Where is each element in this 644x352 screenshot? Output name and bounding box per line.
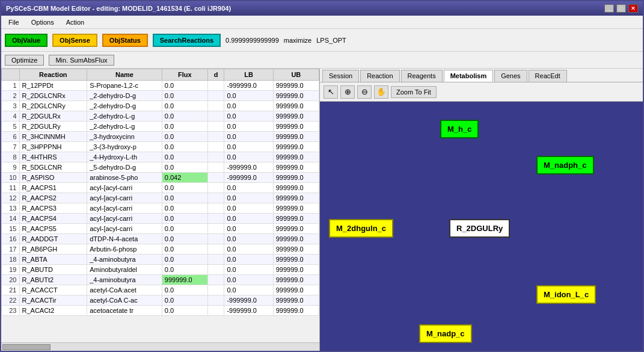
node-M_2dhguln_c[interactable]: M_2dhguln_c (329, 219, 393, 238)
lb-cell: -999999.0 (224, 173, 273, 183)
d-cell (208, 295, 224, 306)
right-panel: Session Reaction Reagents Metabolism Gen… (320, 69, 643, 351)
row-num: 16 (2, 234, 20, 244)
table-row[interactable]: 5 R_2DGULRy _2-dehydro-L-g 0.0 0.0 99999… (2, 122, 319, 132)
node-M_nadp_c[interactable]: M_nadp_c (419, 324, 472, 343)
d-cell (208, 132, 224, 142)
row-num: 15 (2, 224, 20, 234)
table-row[interactable]: 22 R_ACACTir acetyl-CoA C-ac 0.0 -999999… (2, 295, 319, 306)
cursor-tool-button[interactable]: ↖ (324, 85, 338, 99)
reaction-cell: R_AACPS5 (19, 224, 87, 234)
table-row[interactable]: 8 R_4HTHRS _4-Hydroxy-L-th 0.0 0.0 99999… (2, 152, 319, 162)
table-row[interactable]: 16 R_AADDGT dTDP-N-4-aceta 0.0 0.0 99999… (2, 234, 319, 244)
d-cell (208, 285, 224, 295)
col-header-d: d (208, 69, 224, 81)
table-row[interactable]: 4 R_2DGULRx _2-dehydro-L-g 0.0 0.0 99999… (2, 111, 319, 122)
pan-tool-button[interactable]: ✋ (374, 85, 388, 99)
metabolism-canvas[interactable]: M_h_cM_nadph_cM_2dhguln_cR_2DGULRyM_idon… (320, 102, 643, 351)
table-row[interactable]: 2 R_2DGLCNRx _2-dehydro-D-g 0.0 0.0 9999… (2, 91, 319, 101)
table-row[interactable]: 19 R_ABUTD Aminobutyraldel 0.0 0.0 99999… (2, 265, 319, 275)
ub-cell: 999999.0 (273, 111, 319, 122)
name-cell: arabinose-5-pho (87, 173, 162, 183)
col-header-name: Name (87, 69, 162, 81)
table-row[interactable]: 6 R_3HCINNMH _3-hydroxycinn 0.0 0.0 9999… (2, 132, 319, 142)
zoom-to-fit-button[interactable]: Zoom To Fit (391, 86, 437, 98)
tab-reacedt[interactable]: ReacEdt (529, 70, 567, 82)
scrollbar-thumb[interactable] (2, 344, 51, 350)
reaction-cell: R_3HPPPNH (19, 142, 87, 152)
table-row[interactable]: 9 R_5DGLCNR _5-dehydro-D-g 0.0 -999999.0… (2, 162, 319, 173)
name-cell: acyl-[acyl-carri (87, 193, 162, 203)
row-num: 7 (2, 142, 20, 152)
table-row[interactable]: 15 R_AACPS5 acyl-[acyl-carri 0.0 0.0 999… (2, 224, 319, 234)
table-row[interactable]: 11 R_AACPS1 acyl-[acyl-carri 0.0 0.0 999… (2, 183, 319, 193)
table-row[interactable]: 1 R_12PPDt S-Propane-1,2-c 0.0 -999999.0… (2, 81, 319, 91)
node-M_nadph_c[interactable]: M_nadph_c (536, 156, 594, 174)
ub-cell: 999999.0 (273, 152, 319, 162)
zoom-in-icon: ⊕ (345, 87, 351, 96)
objvalue-button[interactable]: ObjValue (5, 34, 48, 47)
name-cell: acyl-[acyl-carri (87, 224, 162, 234)
name-cell: Arbutin-6-phosp (87, 244, 162, 255)
table-row[interactable]: 7 R_3HPPPNH _3-(3-hydroxy-p 0.0 0.0 9999… (2, 142, 319, 152)
row-num: 17 (2, 244, 20, 255)
tab-metabolism[interactable]: Metabolism (444, 70, 494, 82)
row-num: 3 (2, 101, 20, 111)
flux-cell: 999999.0 (162, 275, 207, 285)
menu-options[interactable]: Options (26, 17, 59, 27)
ub-cell: 999999.0 (273, 265, 319, 275)
toolbar-row2: Optimize Min. SumAbsFlux (1, 52, 643, 69)
lb-cell: 0.0 (224, 234, 273, 244)
name-cell: acyl-[acyl-carri (87, 183, 162, 193)
searchreactions-button[interactable]: SearchReactions (153, 34, 221, 47)
table-row[interactable]: 3 R_2DGLCNRy _2-dehydro-D-g 0.0 0.0 9999… (2, 101, 319, 111)
d-cell (208, 255, 224, 265)
table-row[interactable]: 20 R_ABUTt2 _4-aminobutyra 999999.0 0.0 … (2, 275, 319, 285)
table-row[interactable]: 14 R_AACPS4 acyl-[acyl-carri 0.0 0.0 999… (2, 214, 319, 224)
tab-genes[interactable]: Genes (494, 70, 527, 82)
node-R_2DGULRy[interactable]: R_2DGULRy (449, 219, 510, 238)
table-row[interactable]: 17 R_AB6PGH Arbutin-6-phosp 0.0 0.0 9999… (2, 244, 319, 255)
objstatus-button[interactable]: ObjStatus (102, 34, 148, 47)
lb-cell: -999999.0 (224, 295, 273, 306)
maximize-button[interactable]: □ (616, 4, 626, 13)
name-cell: _4-aminobutyra (87, 255, 162, 265)
optimize-button[interactable]: Optimize (5, 55, 44, 66)
close-button[interactable]: ✕ (628, 4, 638, 13)
lb-cell: 0.0 (224, 111, 273, 122)
reaction-cell: R_2DGLCNRy (19, 101, 87, 111)
flux-cell: 0.0 (162, 183, 207, 193)
table-row[interactable]: 12 R_AACPS2 acyl-[acyl-carri 0.0 0.0 999… (2, 193, 319, 203)
zoom-out-button[interactable]: ⊖ (357, 85, 372, 99)
tab-reagents[interactable]: Reagents (401, 70, 443, 82)
reaction-cell: R_AADDGT (19, 234, 87, 244)
objsense-button[interactable]: ObjSense (52, 34, 97, 47)
node-M_idon_L_c[interactable]: M_idon_L_c (536, 285, 596, 304)
menu-action[interactable]: Action (61, 17, 90, 27)
zoom-in-button[interactable]: ⊕ (340, 85, 355, 99)
reaction-cell: R_ACACt2 (19, 306, 87, 316)
table-row[interactable]: 21 R_ACACCT acetyl-CoA:acet 0.0 0.0 9999… (2, 285, 319, 295)
min-sumabsflux-button[interactable]: Min. SumAbsFlux (49, 55, 114, 66)
tab-session[interactable]: Session (322, 70, 359, 82)
node-M_h_c[interactable]: M_h_c (440, 120, 479, 138)
d-cell (208, 122, 224, 132)
name-cell: _5-dehydro-D-g (87, 162, 162, 173)
table-row[interactable]: 23 R_ACACt2 acetoacetate tr 0.0 -999999.… (2, 306, 319, 316)
flux-cell: 0.0 (162, 142, 207, 152)
lb-cell: 0.0 (224, 101, 273, 111)
d-cell (208, 244, 224, 255)
minimize-button[interactable]: _ (604, 4, 614, 13)
objstatus-display: LPS_OPT (316, 37, 346, 44)
name-cell: _3-(3-hydroxy-p (87, 142, 162, 152)
table-row[interactable]: 10 R_A5PISO arabinose-5-pho 0.042 -99999… (2, 173, 319, 183)
tab-reaction[interactable]: Reaction (360, 70, 399, 82)
name-cell: _2-dehydro-L-g (87, 111, 162, 122)
table-container[interactable]: Reaction Name Flux d LB UB 1 R_12PPDt S-… (1, 69, 319, 342)
table-row[interactable]: 18 R_ABTA _4-aminobutyra 0.0 0.0 999999.… (2, 255, 319, 265)
horizontal-scrollbar[interactable] (1, 342, 319, 351)
table-row[interactable]: 13 R_AACPS3 acyl-[acyl-carri 0.0 0.0 999… (2, 203, 319, 214)
lb-cell: 0.0 (224, 244, 273, 255)
menu-file[interactable]: File (4, 17, 24, 27)
d-cell (208, 152, 224, 162)
